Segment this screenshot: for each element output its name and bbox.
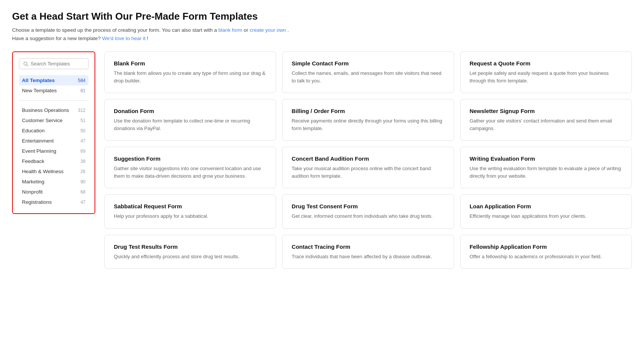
template-card-desc: Collect the names, emails, and messages …: [292, 70, 444, 84]
sidebar-category-education[interactable]: Education50: [19, 126, 88, 136]
page-subtitle: Choose a template to speed up the proces…: [12, 26, 632, 42]
sidebar-primary-badge: 81: [81, 88, 85, 93]
category-label: Education: [22, 128, 45, 133]
template-card-desc: Efficiently manage loan applications fro…: [470, 212, 622, 220]
template-card-donation-form[interactable]: Donation Form Use the donation form temp…: [104, 99, 276, 141]
template-card-desc: Use the donation form template to collec…: [114, 117, 267, 132]
create-own-link[interactable]: create your own: [250, 27, 286, 33]
template-card-title: Simple Contact Form: [292, 60, 444, 67]
category-label: Feedback: [22, 158, 44, 164]
search-icon: [23, 61, 28, 67]
template-card-title: Donation Form: [114, 108, 267, 114]
category-label: Health & Wellness: [22, 169, 64, 174]
template-card-desc: Quickly and efficiently process and stor…: [114, 253, 267, 260]
sidebar-category-business-operations[interactable]: Business Operations312: [19, 105, 88, 115]
template-card-blank-form[interactable]: Blank Form The blank form allows you to …: [104, 51, 276, 93]
category-label: Marketing: [22, 179, 44, 185]
sidebar-primary-label: All Templates: [22, 78, 55, 83]
template-card-newsletter-signup-form[interactable]: Newsletter Signup Form Gather your site …: [460, 99, 632, 141]
category-count: 39: [81, 159, 85, 164]
sidebar-divider: [19, 100, 88, 101]
template-card-concert-band-audition-form[interactable]: Concert Band Audition Form Take your mus…: [282, 147, 454, 188]
sidebar-category-health-wellness[interactable]: Health & Wellness26: [19, 166, 88, 177]
page-title: Get a Head Start With Our Pre-Made Form …: [12, 11, 632, 22]
category-count: 47: [81, 200, 85, 205]
template-card-desc: Gather site visitor suggestions into one…: [114, 165, 267, 180]
category-count: 312: [78, 108, 85, 113]
template-card-title: Billing / Order Form: [292, 108, 444, 114]
sidebar-category-entertainment[interactable]: Entertainment47: [19, 136, 88, 146]
sidebar-primary-item-all-templates[interactable]: All Templates584: [19, 75, 88, 85]
sidebar-primary-item-new-templates[interactable]: New Templates81: [19, 85, 88, 96]
category-count: 68: [81, 189, 85, 195]
template-card-desc: Take your musical audition process onlin…: [292, 165, 444, 180]
template-card-contact-tracing-form[interactable]: Contact Tracing Form Trace individuals t…: [282, 235, 454, 269]
template-card-desc: Use the writing evaluation form template…: [470, 165, 622, 180]
template-card-title: Newsletter Signup Form: [470, 108, 622, 114]
category-label: Nonprofit: [22, 189, 43, 195]
search-input[interactable]: [31, 61, 84, 67]
template-card-request-a-quote-form[interactable]: Request a Quote Form Let people safely a…: [460, 51, 632, 93]
template-card-drug-test-results-form[interactable]: Drug Test Results Form Quickly and effic…: [104, 235, 276, 269]
category-count: 47: [81, 138, 85, 144]
category-count: 69: [81, 149, 85, 154]
template-card-fellowship-application-form[interactable]: Fellowship Application Form Offer a fell…: [460, 235, 632, 269]
template-card-desc: Trace individuals that have been affecte…: [292, 253, 444, 260]
template-card-title: Contact Tracing Form: [292, 243, 444, 250]
template-card-writing-evaluation-form[interactable]: Writing Evaluation Form Use the writing …: [460, 147, 632, 188]
template-card-title: Request a Quote Form: [470, 60, 622, 67]
template-card-desc: Get clear, informed consent from individ…: [292, 212, 444, 220]
template-card-billing-order-form[interactable]: Billing / Order Form Receive payments on…: [282, 99, 454, 141]
template-card-desc: Let people safely and easily request a q…: [470, 70, 622, 84]
blank-form-link[interactable]: blank form: [219, 27, 242, 33]
category-label: Customer Service: [22, 118, 62, 123]
template-card-loan-application-form[interactable]: Loan Application Form Efficiently manage…: [460, 194, 632, 229]
category-label: Entertainment: [22, 138, 54, 144]
template-card-desc: The blank form allows you to create any …: [114, 70, 267, 84]
template-card-title: Fellowship Application Form: [470, 243, 622, 250]
category-count: 26: [81, 169, 85, 174]
category-label: Registrations: [22, 199, 52, 205]
template-card-title: Concert Band Audition Form: [292, 155, 444, 162]
sidebar-category-customer-service[interactable]: Customer Service51: [19, 115, 88, 126]
template-card-sabbatical-request-form[interactable]: Sabbatical Request Form Help your profes…: [104, 194, 276, 229]
template-card-title: Writing Evaluation Form: [470, 155, 622, 162]
sidebar: All Templates584New Templates81 Business…: [12, 51, 95, 214]
sidebar-category-feedback[interactable]: Feedback39: [19, 156, 88, 166]
category-label: Business Operations: [22, 107, 69, 113]
template-card-simple-contact-form[interactable]: Simple Contact Form Collect the names, e…: [282, 51, 454, 93]
template-card-title: Suggestion Form: [114, 155, 267, 162]
template-card-suggestion-form[interactable]: Suggestion Form Gather site visitor sugg…: [104, 147, 276, 188]
sidebar-category-registrations[interactable]: Registrations47: [19, 197, 88, 207]
template-card-title: Sabbatical Request Form: [114, 203, 267, 209]
template-card-title: Blank Form: [114, 60, 267, 67]
sidebar-primary-badge: 584: [78, 78, 85, 83]
templates-grid: Blank Form The blank form allows you to …: [104, 51, 632, 269]
sidebar-category-event-planning[interactable]: Event Planning69: [19, 146, 88, 156]
sidebar-category-list: Business Operations312Customer Service51…: [19, 105, 88, 207]
svg-line-1: [26, 65, 28, 66]
sidebar-primary-nav: All Templates584New Templates81: [19, 75, 88, 96]
category-count: 90: [81, 179, 85, 185]
template-card-desc: Receive payments online directly through…: [292, 117, 444, 132]
sidebar-primary-label: New Templates: [22, 88, 57, 93]
search-box[interactable]: [19, 58, 88, 69]
sidebar-category-nonprofit[interactable]: Nonprofit68: [19, 187, 88, 197]
category-count: 51: [81, 118, 85, 123]
suggestion-link[interactable]: We'd love to hear it: [102, 36, 146, 41]
template-card-desc: Gather your site visitors' contact infor…: [470, 117, 622, 132]
template-card-drug-test-consent-form[interactable]: Drug Test Consent Form Get clear, inform…: [282, 194, 454, 229]
category-count: 50: [81, 128, 85, 133]
sidebar-category-marketing[interactable]: Marketing90: [19, 177, 88, 187]
category-label: Event Planning: [22, 148, 56, 154]
template-card-title: Drug Test Consent Form: [292, 203, 444, 209]
template-card-desc: Help your professors apply for a sabbati…: [114, 212, 267, 220]
template-card-desc: Offer a fellowship to academics or profe…: [470, 253, 622, 260]
template-card-title: Drug Test Results Form: [114, 243, 267, 250]
template-card-title: Loan Application Form: [470, 203, 622, 209]
